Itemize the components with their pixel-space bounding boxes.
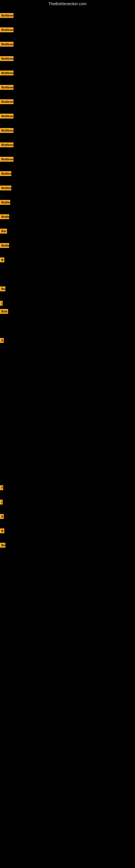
- bottleneck-result-label[interactable]: E: [0, 338, 4, 343]
- bar-row: E: [0, 514, 4, 519]
- bottleneck-result-label[interactable]: Bottleneck res: [0, 157, 13, 162]
- bar-row: Bottleneck re: [0, 200, 10, 205]
- bar-row: Bottleneck resu: [0, 128, 13, 133]
- bottleneck-result-label[interactable]: B: [0, 257, 4, 262]
- bar-row: Bottleneck result: [0, 56, 13, 61]
- bottleneck-result-label[interactable]: Bottlen: [0, 243, 9, 248]
- bottleneck-result-label[interactable]: Bott: [0, 309, 8, 314]
- bottleneck-result-label[interactable]: Bo: [0, 286, 5, 291]
- bottleneck-result-label[interactable]: Bottleneck result: [0, 27, 13, 32]
- bottleneck-result-label[interactable]: Bottleneck re: [0, 200, 10, 205]
- bar-row: Bot: [0, 229, 7, 234]
- bar-row: B: [0, 528, 4, 533]
- bottleneck-result-label[interactable]: |: [0, 500, 3, 504]
- bottleneck-result-label[interactable]: Bottleneck result: [0, 13, 13, 18]
- bottleneck-result-label[interactable]: Bottleneck result: [0, 56, 13, 61]
- bottleneck-result-label[interactable]: Bottleneck result: [0, 42, 13, 46]
- bottleneck-result-label[interactable]: Bottleneck resu: [0, 85, 13, 90]
- bottleneck-result-label[interactable]: Bottleneck resu: [0, 128, 13, 133]
- bottleneck-result-label[interactable]: |: [0, 301, 3, 306]
- bar-row: Bottleneck resu: [0, 70, 13, 75]
- bar-row: F: [0, 485, 3, 490]
- bar-row: Bottleneck result: [0, 42, 13, 46]
- bar-row: Bottleneck resu: [0, 143, 13, 147]
- bar-row: Bottlenec: [0, 214, 9, 219]
- bar-row: Bottleneck result: [0, 27, 13, 32]
- bar-row: Bott: [0, 309, 8, 314]
- bottleneck-result-label[interactable]: Bo: [0, 543, 5, 548]
- bar-row: B: [0, 257, 4, 262]
- bottleneck-result-label[interactable]: F: [0, 485, 3, 490]
- bottleneck-result-label[interactable]: Bottleneck resu: [0, 99, 13, 104]
- bar-row: Bottlen: [0, 243, 9, 248]
- bar-row: |: [0, 301, 3, 306]
- bottleneck-result-label[interactable]: Bot: [0, 229, 7, 234]
- bar-row: Bottleneck res: [0, 157, 13, 162]
- site-title: TheBottlenecker.com: [0, 0, 135, 7]
- bottleneck-result-label[interactable]: Bottleneck re: [0, 171, 11, 176]
- bar-row: Bottleneck re: [0, 171, 11, 176]
- bar-row: Bottleneck resu: [0, 85, 13, 90]
- bar-row: |: [0, 500, 3, 504]
- bottleneck-result-label[interactable]: E: [0, 514, 4, 519]
- bottleneck-result-label[interactable]: Bottleneck resu: [0, 114, 13, 119]
- bottleneck-result-label[interactable]: Bottleneck resu: [0, 143, 13, 147]
- bar-row: Bottleneck re: [0, 186, 11, 190]
- bar-row: Bottleneck result: [0, 13, 13, 18]
- bar-row: Bottleneck resu: [0, 99, 13, 104]
- bottleneck-result-label[interactable]: Bottleneck resu: [0, 70, 13, 75]
- bottleneck-result-label[interactable]: B: [0, 528, 4, 533]
- bar-row: Bo: [0, 543, 5, 548]
- bar-row: Bo: [0, 286, 5, 291]
- bar-row: Bottleneck resu: [0, 114, 13, 119]
- bottleneck-result-label[interactable]: Bottlenec: [0, 214, 9, 219]
- bottleneck-result-label[interactable]: Bottleneck re: [0, 186, 11, 190]
- bar-row: E: [0, 338, 4, 343]
